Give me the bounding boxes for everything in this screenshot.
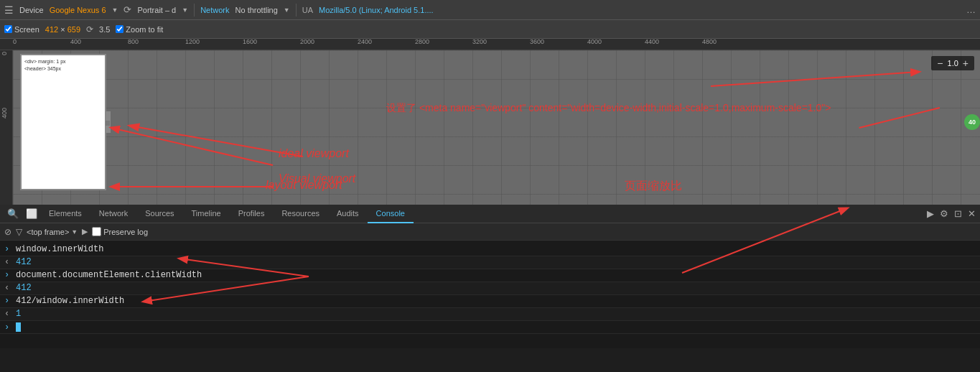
zoom-indicator: − 1.0 + (931, 56, 974, 70)
device-name[interactable]: Google Nexus 6 (50, 6, 106, 14)
ua-value[interactable]: Mozilla/5.0 (Linux; Android 5.1.... (319, 6, 434, 14)
devtools-tab-icons: ▶ ⚙ ⊡ ✕ (925, 207, 977, 220)
prompt-1: › (4, 244, 13, 254)
ua-label: UA (302, 6, 313, 14)
ruler-mark-0: 0 (13, 39, 17, 45)
prompt-4: ‹ (4, 283, 13, 293)
console-text-2: 412 (16, 257, 32, 267)
more-btn[interactable]: … (966, 4, 976, 15)
console-line-6: ‹ 1 (0, 308, 980, 321)
zoom-to-fit-label: Zoom to fit (126, 25, 163, 34)
ruler-mark-4000: 4000 (587, 39, 602, 45)
grid-overlay (13, 50, 980, 205)
tab-sources[interactable]: Sources (136, 205, 182, 223)
ruler-mark-4400: 4400 (645, 39, 659, 45)
device-label: Device (19, 6, 44, 14)
device-screen-line2: <header> 345px (24, 65, 102, 73)
ruler-mark-3200: 3200 (472, 39, 487, 45)
page-scale-label: 页面缩放比 (625, 179, 682, 194)
zoom-to-fit-checkbox[interactable] (116, 25, 123, 33)
meta-tag-annotation: 设置了 <meta name="viewport" content="width… (386, 101, 831, 116)
tab-profiles[interactable]: Profiles (230, 205, 274, 223)
console-text-1: window.innerWidth (16, 244, 103, 254)
green-scale-dot: 40 (964, 114, 980, 130)
screen-cross: × (60, 25, 65, 34)
ruler-mark-4800: 4800 (702, 39, 717, 45)
prompt-2: ‹ (4, 257, 13, 267)
ruler-bar: 0 400 800 1200 1600 2000 2400 2800 3200 … (0, 39, 980, 50)
console-line-1: › window.innerWidth (0, 243, 980, 256)
tab-resources[interactable]: Resources (273, 205, 328, 223)
console-output: › window.innerWidth ‹ 412 › document.doc… (0, 241, 980, 337)
viewport-area: 0 400 <div> margin: 1 px <header> 345px … (0, 50, 980, 205)
top-toolbar: ☰ Device Google Nexus 6 ▼ ⟳ Portrait – d… (0, 0, 980, 20)
dock-btn[interactable]: ⊡ (953, 207, 963, 220)
portrait-label[interactable]: Portrait – d (137, 6, 176, 14)
screen-width[interactable]: 412 (45, 25, 58, 34)
ruler-mark-2800: 2800 (415, 39, 429, 45)
left-ruler: 0 400 (0, 50, 13, 205)
screen-checkbox[interactable] (4, 25, 12, 33)
inspect-icon[interactable]: ⬜ (23, 208, 40, 219)
devtools-tabs: 🔍 ⬜ Elements Network Sources Timeline Pr… (0, 205, 980, 223)
ruler-mark-3600: 3600 (530, 39, 544, 45)
ruler-mark-1600: 1600 (243, 39, 257, 45)
viewport-content: <div> margin: 1 px <header> 345px ||| id… (13, 50, 980, 205)
throttle-arrow[interactable]: ▼ (284, 6, 290, 14)
zoom-minus-btn[interactable]: − (935, 57, 944, 69)
preserve-log-checkbox[interactable] (92, 227, 101, 236)
console-text-6: 1 (16, 309, 21, 319)
console-text-4: 412 (16, 283, 32, 293)
tab-console[interactable]: Console (368, 205, 414, 223)
tab-elements[interactable]: Elements (40, 205, 90, 223)
separator-2 (296, 4, 297, 17)
rotate-icon[interactable]: ⟳ (123, 4, 131, 15)
tab-network[interactable]: Network (90, 205, 136, 223)
search-icon[interactable]: 🔍 (3, 208, 23, 219)
bottom-panel: 🔍 ⬜ Elements Network Sources Timeline Pr… (0, 205, 980, 348)
filter-icon[interactable]: ▽ (16, 227, 22, 237)
console-cursor-line[interactable]: › (0, 321, 980, 334)
zoom-plus-btn[interactable]: + (961, 57, 970, 69)
zoom-value-display[interactable]: 3.5 (99, 25, 110, 34)
zoom-to-fit-group: Zoom to fit (116, 25, 163, 34)
clear-icon[interactable]: ⊘ (4, 227, 11, 237)
console-text-5: 412/window.innerWidth (16, 296, 124, 306)
close-btn[interactable]: ✕ (966, 207, 977, 220)
device-arrow[interactable]: ▼ (112, 6, 118, 14)
ruler-mark-2000: 2000 (300, 39, 314, 45)
frame-label: <top frame> (27, 228, 69, 236)
console-line-5: › 412/window.innerWidth (0, 295, 980, 308)
ruler-mark-2400: 2400 (358, 39, 372, 45)
throttle-label[interactable]: No throttling (235, 6, 278, 14)
console-toolbar: ⊘ ▽ <top frame> ▼ ▶ Preserve log (0, 223, 980, 241)
console-line-3: › document.documentElement.clientWidth (0, 269, 980, 282)
ruler-mark-800: 800 (128, 39, 139, 45)
ruler-mark-1200: 1200 (185, 39, 200, 45)
network-tab-label[interactable]: Network (200, 6, 229, 14)
prompt-6: ‹ (4, 309, 13, 319)
screen-height[interactable]: 659 (67, 25, 80, 34)
console-line-4: ‹ 412 (0, 282, 980, 295)
frame-selector[interactable]: <top frame> ▼ (27, 228, 78, 236)
zoom-value: 1.0 (948, 59, 958, 68)
settings-btn[interactable]: ⚙ (938, 207, 950, 220)
terminal-btn[interactable]: ▶ (925, 207, 935, 220)
device-resize-handle[interactable]: ||| (105, 111, 111, 133)
second-toolbar: Screen 412 × 659 ⟳ 3.5 Zoom to fit (0, 20, 980, 39)
layout-viewport-label: layout viewport (266, 179, 342, 192)
screen-label: Screen (14, 25, 39, 34)
separator-1 (194, 4, 195, 17)
device-frame: <div> margin: 1 px <header> 345px ||| (20, 54, 106, 190)
ruler-v-400: 400 (1, 108, 8, 118)
portrait-arrow[interactable]: ▼ (182, 6, 188, 14)
frame-arrow: ▼ (71, 228, 78, 236)
settings-icon[interactable]: ☰ (4, 4, 14, 16)
device-screen: <div> margin: 1 px <header> 345px (22, 55, 105, 189)
refresh-icon[interactable]: ⟳ (86, 24, 93, 34)
frame-arrow2[interactable]: ▶ (82, 227, 88, 236)
tab-audits[interactable]: Audits (328, 205, 368, 223)
ideal-viewport-label: ideal viewport (279, 147, 349, 160)
tab-timeline[interactable]: Timeline (183, 205, 230, 223)
console-line-2: ‹ 412 (0, 256, 980, 269)
